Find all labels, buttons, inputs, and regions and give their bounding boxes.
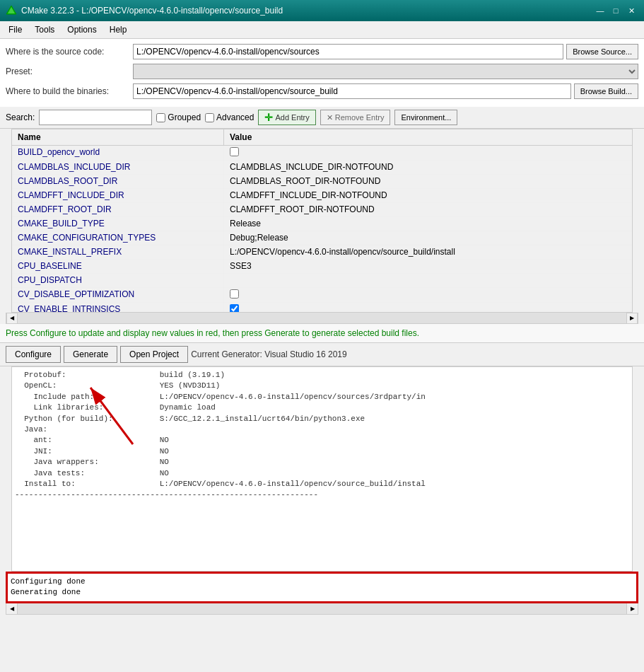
remove-entry-button[interactable]: ✕ Remove Entry: [320, 110, 391, 125]
maximize-button[interactable]: □: [609, 4, 623, 18]
log-h-scrollbar[interactable]: ◀ ▶: [6, 603, 638, 615]
value-checkbox[interactable]: [230, 304, 239, 313]
action-buttons: Configure Generate Open Project Current …: [0, 343, 644, 366]
cell-name: CLAMDBLAS_INCLUDE_DIR: [12, 161, 224, 174]
browse-source-button[interactable]: Browse Source...: [566, 44, 638, 59]
table-row[interactable]: CLAMDBLAS_INCLUDE_DIRCLAMDBLAS_INCLUDE_D…: [12, 161, 632, 175]
log-line: Java tests: NO: [15, 468, 629, 479]
cell-value: CLAMDFFT_INCLUDE_DIR-NOTFOUND: [224, 189, 632, 202]
cell-value: [224, 274, 632, 287]
scroll-left-button[interactable]: ◀: [6, 313, 18, 324]
status-message: Press Configure to update and display ne…: [0, 324, 644, 343]
menu-bar: File Tools Options Help: [0, 21, 644, 39]
browse-build-button[interactable]: Browse Build...: [574, 83, 638, 99]
source-input[interactable]: [133, 44, 563, 59]
log-line: Install to: L:/OPENCV/opencv-4.6.0-insta…: [15, 479, 629, 489]
advanced-checkbox[interactable]: [205, 113, 214, 122]
log-line: Python (for build): S:/GCC_12.2.1_instal…: [15, 414, 629, 424]
log-line: Java wrappers: NO: [15, 457, 629, 468]
generator-label: Current Generator: Visual Studio 16 2019: [191, 349, 347, 359]
log-scroll-left[interactable]: ◀: [6, 603, 18, 614]
search-input[interactable]: [39, 110, 152, 125]
table-wrapper: Name Value BUILD_opencv_worldCLAMDBLAS_I…: [6, 129, 638, 313]
scroll-track[interactable]: [18, 313, 626, 323]
cell-value[interactable]: [224, 146, 632, 160]
value-checkbox[interactable]: [230, 147, 239, 156]
table-row[interactable]: CPU_DISPATCH: [12, 274, 632, 288]
preset-select[interactable]: [133, 64, 638, 79]
log-scroll-track[interactable]: [18, 603, 626, 614]
cell-name: CMAKE_INSTALL_PREFIX: [12, 245, 224, 259]
table-header: Name Value: [12, 129, 632, 146]
open-project-button[interactable]: Open Project: [120, 346, 188, 363]
table-row[interactable]: CLAMDFFT_ROOT_DIRCLAMDFFT_ROOT_DIR-NOTFO…: [12, 203, 632, 217]
table-row[interactable]: CMAKE_BUILD_TYPERelease: [12, 217, 632, 231]
build-input[interactable]: [133, 83, 571, 99]
close-button[interactable]: ✕: [624, 4, 638, 18]
remove-entry-label: Remove Entry: [335, 113, 385, 122]
cell-name: CMAKE_CONFIGURATION_TYPES: [12, 231, 224, 245]
cmake-table[interactable]: Name Value BUILD_opencv_worldCLAMDBLAS_I…: [11, 129, 633, 313]
log-line: ant: NO: [15, 435, 629, 446]
cell-name: CLAMDFFT_INCLUDE_DIR: [12, 189, 224, 202]
title-controls: — □ ✕: [593, 4, 638, 18]
table-row[interactable]: CMAKE_INSTALL_PREFIXL:/OPENCV/opencv-4.6…: [12, 245, 632, 260]
col-value-header: Value: [224, 129, 632, 145]
generate-button[interactable]: Generate: [64, 346, 117, 363]
done-section-wrapper: Configuring done Generating done ◀ ▶: [6, 572, 638, 615]
add-entry-button[interactable]: ✛ Add Entry: [258, 110, 315, 125]
log-scroll-right[interactable]: ▶: [626, 603, 638, 614]
done-section: Configuring done Generating done: [6, 572, 638, 603]
cmake-icon: [6, 5, 17, 16]
table-row[interactable]: CLAMDBLAS_ROOT_DIRCLAMDBLAS_ROOT_DIR-NOT…: [12, 175, 632, 189]
search-bar: Search: Grouped Advanced ✛ Add Entry ✕ R…: [0, 107, 644, 129]
table-row[interactable]: CLAMDFFT_INCLUDE_DIRCLAMDFFT_INCLUDE_DIR…: [12, 189, 632, 203]
cell-name: CPU_BASELINE: [12, 260, 224, 273]
configure-button[interactable]: Configure: [6, 346, 61, 363]
log-output[interactable]: Protobuf: build (3.19.1) OpenCL: YES (NV…: [11, 366, 633, 572]
col-name-header: Name: [12, 129, 224, 145]
horizontal-scrollbar[interactable]: ◀ ▶: [6, 313, 638, 324]
table-body: BUILD_opencv_worldCLAMDBLAS_INCLUDE_DIRC…: [12, 146, 632, 313]
cell-name: CV_ENABLE_INTRINSICS: [12, 303, 224, 313]
title-bar: CMake 3.22.3 - L:/OPENCV/opencv-4.6.0-in…: [0, 0, 644, 21]
menu-tools[interactable]: Tools: [29, 23, 60, 37]
advanced-label: Advanced: [216, 112, 254, 122]
add-entry-label: Add Entry: [275, 113, 309, 122]
scroll-right-button[interactable]: ▶: [626, 313, 638, 324]
minimize-button[interactable]: —: [593, 4, 607, 18]
table-row[interactable]: BUILD_opencv_world: [12, 146, 632, 161]
search-label: Search:: [6, 112, 35, 122]
cell-name: BUILD_opencv_world: [12, 146, 224, 160]
log-line: Protobuf: build (3.19.1): [15, 370, 629, 381]
log-lines: Protobuf: build (3.19.1) OpenCL: YES (NV…: [15, 370, 629, 501]
generating-done-line: Generating done: [11, 587, 633, 598]
add-icon: ✛: [264, 112, 273, 123]
cell-value[interactable]: [224, 303, 632, 313]
environment-button[interactable]: Environment...: [394, 110, 457, 125]
log-wrapper: Protobuf: build (3.19.1) OpenCL: YES (NV…: [6, 366, 638, 572]
cell-name: CMAKE_BUILD_TYPE: [12, 217, 224, 231]
grouped-checkbox[interactable]: [156, 113, 165, 122]
log-line: JNI: NO: [15, 446, 629, 457]
cell-value[interactable]: [224, 288, 632, 302]
cell-value: CLAMDFFT_ROOT_DIR-NOTFOUND: [224, 203, 632, 216]
menu-options[interactable]: Options: [62, 23, 102, 37]
table-row[interactable]: CV_ENABLE_INTRINSICS: [12, 303, 632, 313]
remove-icon: ✕: [327, 113, 333, 122]
log-line: Include path: L:/OPENCV/opencv-4.6.0-ins…: [15, 392, 629, 402]
table-row[interactable]: CPU_BASELINESSE3: [12, 260, 632, 274]
table-row[interactable]: CMAKE_CONFIGURATION_TYPESDebug;Release: [12, 231, 632, 245]
cell-name: CLAMDFFT_ROOT_DIR: [12, 203, 224, 216]
value-checkbox[interactable]: [230, 289, 239, 299]
log-line: Java:: [15, 424, 629, 435]
cell-value: CLAMDBLAS_ROOT_DIR-NOTFOUND: [224, 175, 632, 188]
cell-value: SSE3: [224, 260, 632, 273]
source-row: Where is the source code: Browse Source.…: [6, 43, 638, 60]
cell-name: CV_DISABLE_OPTIMIZATION: [12, 288, 224, 302]
grouped-label: Grouped: [168, 112, 201, 122]
table-row[interactable]: CV_DISABLE_OPTIMIZATION: [12, 288, 632, 303]
cell-value: Release: [224, 217, 632, 231]
menu-help[interactable]: Help: [104, 23, 133, 37]
menu-file[interactable]: File: [3, 23, 28, 37]
